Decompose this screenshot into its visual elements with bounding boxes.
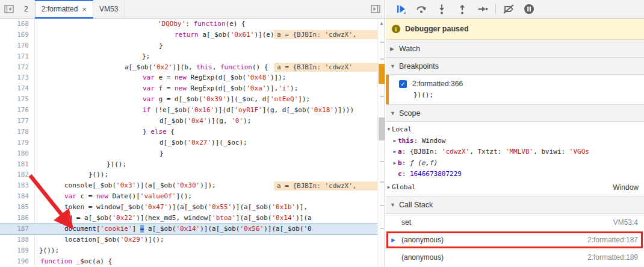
section-watch[interactable]: ▶ Watch: [386, 40, 644, 58]
code-line[interactable]: 174var f = new RegExp(d[_$ob('0xa')],'i'…: [0, 83, 378, 94]
line-number[interactable]: 171: [0, 51, 35, 62]
code-line[interactable]: 179d[_$ob('0x27')](_$oc);: [0, 137, 378, 148]
section-call-stack[interactable]: ▼ Call Stack: [386, 196, 644, 214]
line-number[interactable]: 175: [0, 94, 35, 105]
breakpoints-title: Breakpoints: [399, 62, 439, 71]
code-line[interactable]: 184var c = new Date()['valueOf']();: [0, 191, 378, 202]
close-tab-icon[interactable]: ×: [82, 5, 87, 13]
active-frame-arrow-icon: ►: [390, 231, 397, 249]
scope-variable-b[interactable]: ▶ b: ƒ (e,f): [386, 158, 644, 169]
code-line[interactable]: 188location[_$ob('0x29')]();: [0, 234, 378, 245]
hide-navigator-icon[interactable]: [0, 0, 18, 18]
line-number[interactable]: 177: [0, 116, 35, 127]
tab-VM53[interactable]: VM53: [93, 0, 125, 18]
resume-icon[interactable]: [391, 1, 411, 17]
code-line[interactable]: 173var e = new RegExp(d[_$ob('0x48')]);: [0, 72, 378, 83]
code-text: return a[_$ob('0x61')](e);: [35, 30, 278, 40]
code-line[interactable]: 176if (!e[_$ob('0x16')](d['oyR1F'](g, d[…: [0, 105, 378, 116]
code-text: })();: [35, 159, 126, 170]
scroll-up-icon[interactable]: ▲: [378, 20, 385, 26]
frame-location: VM53:4: [613, 214, 638, 231]
editor-pane: 22:formatted×VM53 168'DQOby': function(e…: [0, 0, 385, 267]
step-into-icon[interactable]: [432, 1, 452, 17]
code-line[interactable]: 182}());: [0, 169, 378, 180]
code-line[interactable]: 180}: [0, 148, 378, 159]
step-icon[interactable]: [472, 1, 493, 17]
line-number[interactable]: 170: [0, 40, 35, 51]
tab-2[interactable]: 2: [18, 0, 35, 18]
code-line-current[interactable]: 187document['cookie'] = a[_$ob('0x14')](…: [0, 224, 378, 234]
chevron-down-icon: ▼: [386, 124, 392, 136]
section-scope[interactable]: ▼ Scope: [386, 104, 644, 122]
line-number[interactable]: 174: [0, 83, 35, 94]
breakpoint-entry[interactable]: ✓ 2:formatted:366 })();: [386, 75, 644, 104]
code-line[interactable]: 169return a[_$ob('0x61')](e);a = {BJBIn:…: [0, 30, 378, 40]
chevron-down-icon: ▼: [390, 202, 395, 208]
line-number[interactable]: 169: [0, 30, 35, 40]
editor-scrollbar[interactable]: ▲: [377, 19, 385, 267]
call-stack-frame[interactable]: ►(anonymous) 2:formatted:187: [386, 231, 644, 249]
code-line[interactable]: 186md = a[_$ob('0x22')](hex_md5, window[…: [0, 213, 378, 224]
breakpoint-location: 2:formatted:366: [412, 80, 463, 88]
chevron-right-icon: ▶: [392, 158, 398, 169]
code-text: }());: [35, 245, 59, 256]
line-number[interactable]: 183: [0, 180, 35, 191]
code-text: var e = new RegExp(d[_$ob('0x48')]);: [35, 72, 286, 83]
scope-variable-this[interactable]: ▶ this: Window: [386, 136, 644, 147]
code-editor[interactable]: 168'DQOby': function(e) {169return a[_$o…: [0, 19, 385, 267]
scope-variable-c[interactable]: c: 1646673807229: [386, 169, 644, 180]
inline-eval-annotation: a = {BJBIn: 'cdwzX': [274, 63, 378, 72]
code-line[interactable]: 172a[_$ob('0x2')](b, this, function() {a…: [0, 62, 378, 73]
pause-on-exceptions-icon[interactable]: [519, 1, 539, 17]
line-number[interactable]: 176: [0, 105, 35, 116]
scrollbar-thumb[interactable]: [379, 118, 385, 140]
code-line[interactable]: 183console[_$ob('0x3')](a[_$ob('0x30')])…: [0, 180, 378, 191]
line-number[interactable]: 184: [0, 191, 35, 202]
scope-group-global[interactable]: ▶ Global Window: [386, 180, 644, 195]
code-line[interactable]: 168'DQOby': function(e) {: [0, 19, 378, 30]
deactivate-breakpoints-icon[interactable]: [498, 1, 519, 17]
line-number[interactable]: 179: [0, 137, 35, 148]
line-number[interactable]: 168: [0, 19, 35, 30]
code-text: md = a[_$ob('0x22')](hex_md5, window['bt…: [35, 213, 312, 224]
show-more-tabs-icon[interactable]: [367, 0, 385, 18]
line-number[interactable]: 188: [0, 234, 35, 245]
scope-variable-a[interactable]: ▶ a: {BJBIn: 'cdwzX', Txtzt: 'MMLVB', bv…: [386, 146, 644, 158]
code-line[interactable]: 175var g = d[_$ob('0x39')](_$oc, d['ntEe…: [0, 94, 378, 105]
call-stack-list: set VM53:4►(anonymous) 2:formatted:187(a…: [386, 214, 644, 266]
scope-group-local[interactable]: ▼ Local: [386, 124, 644, 136]
debugger-paused-banner: i Debugger paused: [386, 19, 644, 40]
breakpoint-code-snippet: })();: [386, 90, 644, 101]
code-line[interactable]: 170}: [0, 40, 378, 51]
call-stack-frame[interactable]: (anonymous) 2:formatted:189: [386, 249, 644, 266]
code-line[interactable]: 189}());: [0, 245, 378, 256]
section-breakpoints[interactable]: ▼ Breakpoints: [386, 58, 644, 75]
code-line[interactable]: 171};: [0, 51, 378, 62]
line-number[interactable]: 185: [0, 202, 35, 213]
tab-2:formatted[interactable]: 2:formatted×: [35, 0, 93, 18]
step-out-icon[interactable]: [452, 1, 472, 17]
code-line[interactable]: 178} else {: [0, 127, 378, 137]
line-number[interactable]: 189: [0, 245, 35, 256]
code-line[interactable]: 190function _$oc(a) {: [0, 256, 378, 267]
code-line[interactable]: 185token = window[_$ob('0x47')](a[_$ob('…: [0, 202, 378, 213]
code-line[interactable]: 181})();: [0, 159, 378, 170]
call-stack-frame[interactable]: set VM53:4: [386, 214, 644, 231]
editor-tab-bar: 22:formatted×VM53: [0, 0, 385, 19]
step-over-icon[interactable]: [411, 1, 432, 17]
code-line[interactable]: 177d[_$ob('0x4')](g, '0');: [0, 116, 378, 127]
line-number[interactable]: 190: [0, 256, 35, 267]
line-number[interactable]: 181: [0, 159, 35, 170]
chevron-right-icon: ▶: [390, 46, 395, 52]
breakpoint-checkbox[interactable]: ✓: [399, 80, 407, 88]
variable-name: a: [398, 146, 402, 158]
line-number[interactable]: 186: [0, 213, 35, 224]
line-number[interactable]: 180: [0, 148, 35, 159]
line-number[interactable]: 172: [0, 62, 35, 73]
line-number[interactable]: 187: [0, 224, 35, 234]
code-text: document['cookie'] = a[_$ob('0x14')](a[_…: [35, 224, 312, 234]
line-number[interactable]: 178: [0, 127, 35, 137]
tabs: 22:formatted×VM53: [18, 0, 125, 18]
line-number[interactable]: 173: [0, 72, 35, 83]
line-number[interactable]: 182: [0, 169, 35, 180]
